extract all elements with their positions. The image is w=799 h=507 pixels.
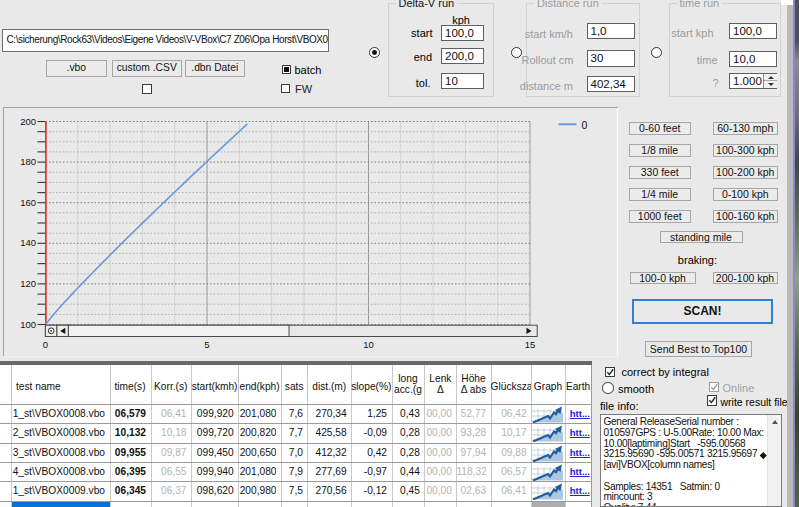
svg-text:180: 180	[20, 156, 36, 167]
svg-text:5: 5	[204, 339, 209, 350]
svg-text:10: 10	[363, 339, 374, 350]
svg-text:0: 0	[43, 339, 48, 350]
svg-text:160: 160	[20, 197, 36, 208]
svg-text:120: 120	[20, 278, 36, 289]
svg-text:15: 15	[525, 339, 536, 350]
svg-text:200: 200	[20, 116, 36, 127]
svg-text:100: 100	[20, 319, 36, 330]
svg-text:140: 140	[20, 237, 36, 248]
svg-text:0: 0	[582, 119, 588, 131]
